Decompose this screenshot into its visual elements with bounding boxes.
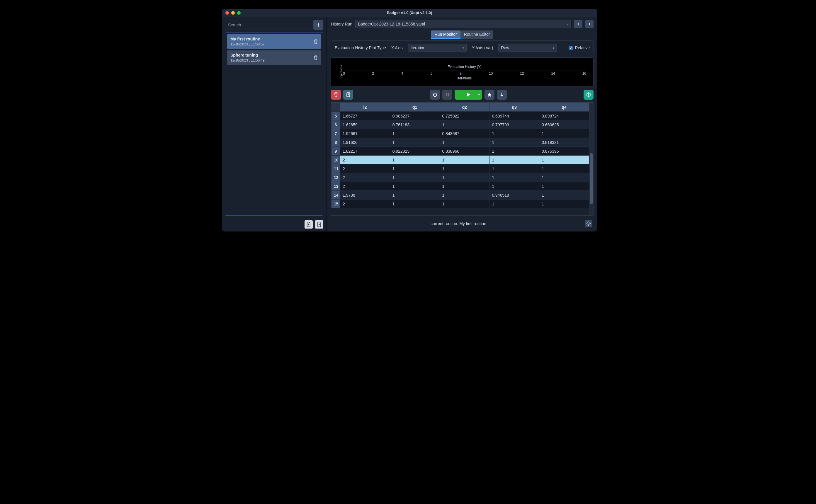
table-cell[interactable]: 2 <box>340 173 390 182</box>
table-cell[interactable]: 1 <box>440 164 489 173</box>
routine-item[interactable]: Sphere tuning 12/18/2023 , 11:56:49 <box>227 50 321 65</box>
favorite-button[interactable] <box>485 90 494 100</box>
history-prev-button[interactable] <box>574 20 582 28</box>
table-cell[interactable]: 0.689744 <box>489 112 539 120</box>
table-cell[interactable]: 1 <box>489 129 539 138</box>
row-header[interactable]: 12 <box>331 173 340 182</box>
column-header[interactable]: q2 <box>440 103 489 112</box>
yaxis-dropdown[interactable]: Raw ▾ <box>498 44 557 52</box>
row-header[interactable]: 11 <box>331 164 340 173</box>
table-cell[interactable]: 1 <box>539 200 589 208</box>
minimize-window-icon[interactable] <box>231 11 235 15</box>
maximize-window-icon[interactable] <box>237 11 241 15</box>
table-cell[interactable]: 2 <box>340 200 390 208</box>
table-cell[interactable]: 1 <box>390 129 440 138</box>
table-cell[interactable]: 1 <box>489 164 539 173</box>
history-next-button[interactable] <box>585 20 594 28</box>
table-cell[interactable]: 1 <box>539 129 589 138</box>
table-cell[interactable]: 0.985237 <box>390 112 440 120</box>
table-cell[interactable]: 1 <box>440 200 489 208</box>
xaxis-dropdown[interactable]: Iteration ▾ <box>408 44 467 52</box>
delete-routine-button[interactable] <box>314 39 318 44</box>
delete-routine-button[interactable] <box>314 55 318 60</box>
history-run-dropdown[interactable]: BadgerOpt-2023-12-18-115858.yaml ▾ <box>355 20 571 28</box>
table-cell[interactable]: 1 <box>539 173 589 182</box>
table-cell[interactable]: 1 <box>390 164 440 173</box>
row-header[interactable]: 14 <box>331 191 340 200</box>
table-cell[interactable]: 1 <box>489 182 539 191</box>
table-cell[interactable]: 1.82217 <box>340 147 390 156</box>
vertical-scrollbar[interactable] <box>589 103 593 215</box>
table-cell[interactable]: 2 <box>340 182 390 191</box>
row-header[interactable]: 10 <box>331 156 340 164</box>
table-cell[interactable]: 1.92661 <box>340 129 390 138</box>
routine-item[interactable]: My first routine 12/18/2023 , 11:58:57 <box>227 34 321 49</box>
table-cell[interactable]: 1 <box>489 138 539 147</box>
search-input[interactable] <box>225 20 311 30</box>
table-cell[interactable]: 0.797793 <box>489 120 539 129</box>
table-cell[interactable]: 0.761183 <box>390 120 440 129</box>
run-button[interactable]: ▾ <box>455 90 482 100</box>
table-cell[interactable]: 1.91606 <box>340 138 390 147</box>
row-header[interactable]: 6 <box>331 120 340 129</box>
table-cell[interactable]: 1 <box>440 173 489 182</box>
column-header[interactable]: q4 <box>539 103 589 112</box>
row-header[interactable]: 7 <box>331 129 340 138</box>
table-row[interactable]: 51.667270.9852370.7250220.6897440.898724 <box>331 112 589 120</box>
table-cell[interactable]: 2 <box>340 164 390 173</box>
table-cell[interactable]: 1 <box>539 182 589 191</box>
table-cell[interactable]: 1.9738 <box>340 191 390 200</box>
table-cell[interactable]: 1 <box>390 138 440 147</box>
data-table-scroll[interactable]: l2q1q2q3q4 51.667270.9852370.7250220.689… <box>331 103 589 215</box>
table-row[interactable]: 91.822170.9220250.83896610.875396 <box>331 147 589 156</box>
table-cell[interactable]: 1 <box>390 182 440 191</box>
table-row[interactable]: 141.9738110.9465181 <box>331 191 589 200</box>
table-row[interactable]: 1221111 <box>331 173 589 182</box>
table-row[interactable]: 1021111 <box>331 156 589 164</box>
table-cell[interactable]: 0.725022 <box>440 112 489 120</box>
table-row[interactable]: 1121111 <box>331 164 589 173</box>
table-cell[interactable]: 1 <box>539 156 589 164</box>
table-cell[interactable]: 1 <box>440 138 489 147</box>
reset-button[interactable] <box>430 90 440 100</box>
table-cell[interactable]: 0.898724 <box>539 112 589 120</box>
row-header[interactable]: 15 <box>331 200 340 208</box>
table-row[interactable]: 1321111 <box>331 182 589 191</box>
delete-run-button[interactable] <box>331 90 341 100</box>
table-cell[interactable]: 1 <box>440 191 489 200</box>
row-header[interactable]: 9 <box>331 147 340 156</box>
table-row[interactable]: 81.916061110.819321 <box>331 138 589 147</box>
table-cell[interactable]: 0.922025 <box>390 147 440 156</box>
table-cell[interactable]: 1 <box>489 147 539 156</box>
table-cell[interactable]: 1 <box>539 164 589 173</box>
table-row[interactable]: 1521111 <box>331 200 589 208</box>
table-cell[interactable]: 2 <box>340 156 390 164</box>
row-header[interactable]: 8 <box>331 138 340 147</box>
table-cell[interactable]: 1 <box>390 173 440 182</box>
table-cell[interactable]: 0.819321 <box>539 138 589 147</box>
jump-to-optimum-button[interactable] <box>497 90 507 100</box>
table-row[interactable]: 71.9266110.84368711 <box>331 129 589 138</box>
table-cell[interactable]: 0.838966 <box>440 147 489 156</box>
column-header[interactable]: l2 <box>340 103 390 112</box>
table-cell[interactable]: 1.62859 <box>340 120 390 129</box>
tab-run-monitor[interactable]: Run Monitor <box>431 30 460 39</box>
table-cell[interactable]: 1 <box>489 156 539 164</box>
table-cell[interactable]: 1 <box>539 191 589 200</box>
add-routine-button[interactable] <box>313 20 323 30</box>
table-cell[interactable]: 1 <box>390 200 440 208</box>
table-cell[interactable]: 1 <box>440 156 489 164</box>
close-window-icon[interactable] <box>225 11 229 15</box>
column-header[interactable]: q3 <box>489 103 539 112</box>
table-cell[interactable]: 0.843687 <box>440 129 489 138</box>
table-row[interactable]: 61.628590.76118310.7977930.660625 <box>331 120 589 129</box>
row-header[interactable]: 5 <box>331 112 340 120</box>
import-routine-button[interactable] <box>305 220 313 229</box>
table-cell[interactable]: 1 <box>390 191 440 200</box>
table-cell[interactable]: 1 <box>440 182 489 191</box>
table-cell[interactable]: 1 <box>489 200 539 208</box>
extensions-button[interactable] <box>584 90 594 100</box>
log-button[interactable] <box>343 90 353 100</box>
table-cell[interactable]: 1 <box>489 173 539 182</box>
column-header[interactable]: q1 <box>390 103 440 112</box>
